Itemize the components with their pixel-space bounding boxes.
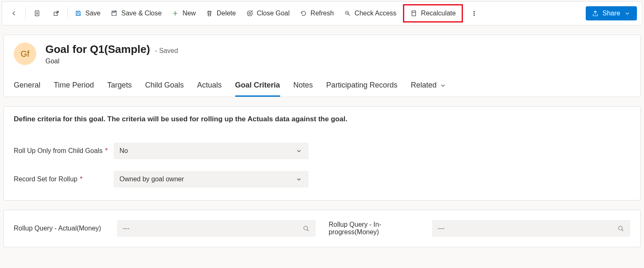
new-button[interactable]: New: [167, 6, 201, 20]
save-close-button[interactable]: Save & Close: [105, 6, 167, 20]
tab-actuals[interactable]: Actuals: [197, 76, 222, 97]
recalculate-label: Recalculate: [421, 10, 456, 17]
rollup-inprogress-label: Rollup Query - In-progress(Money): [329, 221, 429, 236]
svg-point-11: [474, 15, 475, 16]
share-label: Share: [602, 10, 620, 17]
more-vertical-icon: [470, 10, 478, 17]
entity-name: Goal: [45, 58, 178, 65]
share-icon: [592, 10, 599, 17]
field-record-set: Record Set for Rollup * Owned by goal ow…: [14, 171, 630, 188]
close-goal-label: Close Goal: [257, 10, 290, 17]
delete-label: Delete: [216, 10, 236, 17]
rollup-child-select[interactable]: No: [114, 143, 308, 159]
rollup-inprogress-lookup[interactable]: ---: [432, 220, 631, 237]
check-access-icon: [344, 10, 351, 17]
rollup-actual-lookup[interactable]: ---: [117, 220, 316, 237]
svg-point-6: [249, 13, 251, 15]
tab-related-label: Related: [411, 81, 437, 90]
rollup-actual-label: Rollup Query - Actual(Money): [14, 225, 101, 232]
record-set-label: Record Set for Rollup: [14, 175, 77, 183]
rollup-child-value: No: [119, 147, 128, 155]
required-asterisk: *: [105, 147, 107, 155]
search-icon: [617, 225, 624, 232]
share-button[interactable]: Share: [586, 6, 637, 20]
rollup-child-label: Roll Up Only from Child Goals: [14, 147, 102, 155]
refresh-button[interactable]: Refresh: [295, 6, 339, 20]
tab-goal-criteria[interactable]: Goal Criteria: [235, 76, 280, 97]
save-icon: [75, 10, 82, 17]
back-arrow-icon: [10, 10, 18, 17]
chevron-down-icon: [624, 10, 631, 17]
delete-button[interactable]: Delete: [201, 6, 241, 20]
recalculate-highlight: Recalculate: [403, 4, 463, 23]
avatar: Gf: [14, 43, 36, 65]
check-access-label: Check Access: [355, 10, 396, 17]
svg-point-9: [474, 11, 475, 12]
svg-point-12: [303, 226, 307, 230]
chevron-down-icon: [295, 175, 303, 183]
page-title: Goal for Q1(Sample): [45, 43, 150, 56]
save-close-icon: [110, 10, 118, 17]
tab-targets[interactable]: Targets: [107, 76, 132, 97]
tab-participating-records[interactable]: Participating Records: [326, 76, 398, 97]
recalculate-button[interactable]: Recalculate: [405, 6, 461, 20]
view-record-button[interactable]: [27, 6, 47, 20]
required-asterisk: *: [80, 175, 82, 183]
trash-icon: [206, 10, 213, 17]
close-goal-icon: [246, 10, 254, 17]
popout-icon: [52, 10, 60, 17]
calculator-icon: [410, 10, 418, 17]
tab-related[interactable]: Related: [411, 76, 447, 97]
rollup-actual-value: ---: [123, 225, 129, 232]
svg-point-5: [247, 11, 252, 16]
chevron-down-icon: [439, 82, 447, 89]
close-goal-button[interactable]: Close Goal: [241, 6, 295, 20]
tab-general[interactable]: General: [14, 76, 40, 97]
rollup-inprogress-value: ---: [438, 225, 445, 232]
criteria-description: Define criteria for this goal. The crite…: [14, 115, 630, 123]
document-icon: [33, 10, 41, 17]
svg-point-13: [619, 226, 622, 230]
new-label: New: [182, 10, 196, 17]
tab-time-period[interactable]: Time Period: [54, 76, 94, 97]
saved-status: - Saved: [155, 47, 178, 55]
save-button[interactable]: Save: [70, 6, 105, 20]
field-rollup-inprogress: Rollup Query - In-progress(Money) ---: [329, 220, 631, 237]
divider: [67, 8, 68, 19]
field-rollup-child: Roll Up Only from Child Goals * No: [14, 143, 630, 159]
svg-rect-4: [113, 11, 115, 13]
svg-rect-8: [412, 11, 416, 16]
title-block: Goal for Q1(Sample) - Saved Goal: [45, 43, 178, 65]
refresh-icon: [300, 10, 307, 17]
record-set-select[interactable]: Owned by goal owner: [114, 171, 308, 188]
open-new-window-button[interactable]: [47, 6, 66, 20]
chevron-down-icon: [295, 147, 303, 155]
record-set-value: Owned by goal owner: [119, 175, 184, 183]
svg-point-10: [474, 13, 475, 14]
svg-rect-3: [77, 14, 80, 16]
record-header-card: Gf Goal for Q1(Sample) - Saved Goal Gene…: [3, 35, 641, 97]
command-bar: Save Save & Close New Delete Close Goal …: [2, 1, 642, 25]
svg-rect-2: [77, 11, 79, 13]
field-rollup-actual: Rollup Query - Actual(Money) ---: [14, 220, 316, 237]
rollup-query-section: Rollup Query - Actual(Money) --- Rollup …: [3, 210, 641, 247]
overflow-button[interactable]: [465, 6, 484, 20]
refresh-label: Refresh: [311, 10, 334, 17]
record-header: Gf Goal for Q1(Sample) - Saved Goal: [14, 43, 630, 65]
save-close-label: Save & Close: [121, 10, 162, 17]
tab-child-goals[interactable]: Child Goals: [145, 76, 184, 97]
criteria-section: Define criteria for this goal. The crite…: [3, 106, 641, 200]
search-icon: [302, 225, 310, 232]
back-button[interactable]: [5, 6, 24, 20]
plus-icon: [172, 10, 179, 17]
tabs: General Time Period Targets Child Goals …: [14, 76, 630, 97]
check-access-button[interactable]: Check Access: [339, 6, 401, 20]
divider: [25, 8, 26, 19]
tab-notes[interactable]: Notes: [293, 76, 313, 97]
save-label: Save: [85, 10, 100, 17]
